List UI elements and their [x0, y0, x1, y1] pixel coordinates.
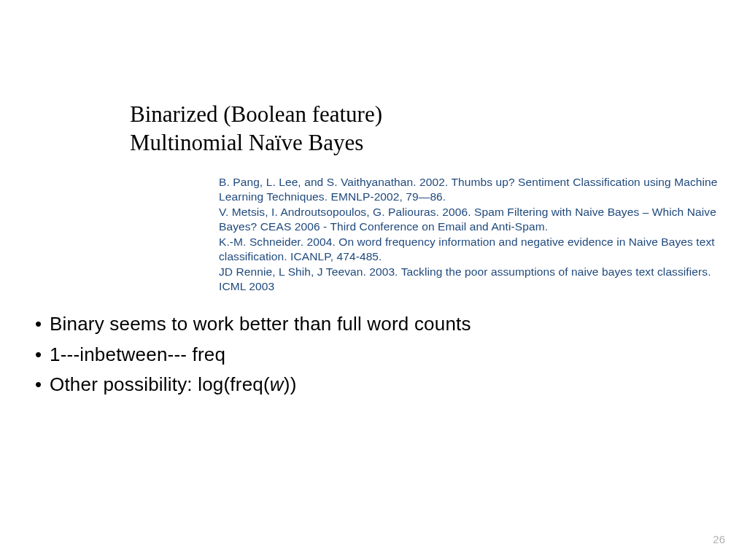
reference-item: K.-M. Schneider. 2004. On word frequency…: [219, 235, 740, 265]
slide-title: Binarized (Boolean feature) Multinomial …: [130, 101, 382, 158]
bullet-text-suffix: )): [284, 373, 297, 395]
reference-item: V. Metsis, I. Androutsopoulos, G. Paliou…: [219, 205, 740, 235]
title-line-1: Binarized (Boolean feature): [130, 101, 382, 129]
reference-item: JD Rennie, L Shih, J Teevan. 2003. Tackl…: [219, 265, 740, 295]
bullet-text-variable: w: [270, 373, 284, 395]
bullet-text-prefix: Other possibility: log(freq(: [50, 373, 270, 395]
page-number: 26: [713, 533, 725, 545]
references: B. Pang, L. Lee, and S. Vaithyanathan. 2…: [219, 175, 740, 295]
bullet-item: Binary seems to work better than full wo…: [35, 309, 471, 340]
reference-item: B. Pang, L. Lee, and S. Vaithyanathan. 2…: [219, 175, 740, 205]
content-bullets: Binary seems to work better than full wo…: [35, 309, 471, 400]
bullet-item: Other possibility: log(freq(w)): [35, 370, 471, 400]
title-line-2: Multinomial Naïve Bayes: [130, 129, 382, 158]
bullet-item: 1---inbetween--- freq: [35, 340, 471, 370]
